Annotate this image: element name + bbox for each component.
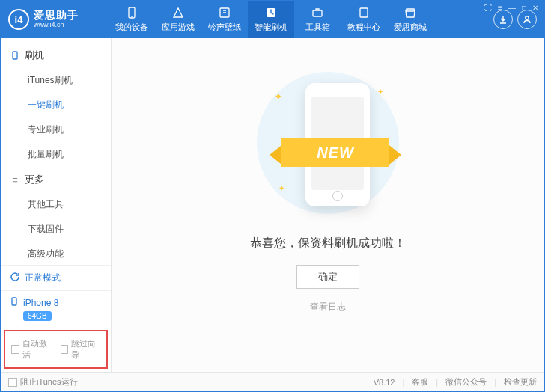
device-icon (125, 6, 138, 19)
sparkle-icon: ✦ (278, 184, 284, 192)
nav-label: 教程中心 (347, 22, 380, 33)
nav-label: 铃声壁纸 (208, 22, 241, 33)
ok-button[interactable]: 确定 (296, 265, 359, 289)
more-icon: ≡ (10, 174, 20, 185)
logo-icon: i4 (8, 9, 29, 30)
window-controls-top: ⛶ ≡ — □ ✕ (484, 4, 538, 12)
group-title: 刷机 (25, 49, 44, 62)
skip-guide-checkbox[interactable]: 跳过向导 (61, 338, 101, 361)
sidebar-group-more[interactable]: ≡ 更多 (1, 167, 111, 192)
nav-toolbox[interactable]: 工具箱 (294, 1, 341, 38)
svg-point-6 (526, 16, 529, 19)
nav-my-device[interactable]: 我的设备 (109, 1, 155, 38)
sidebar-group-flash[interactable]: 刷机 (1, 43, 111, 68)
check-update-link[interactable]: 检查更新 (504, 376, 537, 388)
close-icon[interactable]: ✕ (532, 4, 538, 12)
main-content: ✦ ✦ ✦ NEW 恭喜您，保资料刷机成功啦！ 确定 查看日志 (112, 38, 544, 372)
status-bar: 阻止iTunes运行 V8.12 | 客服 | 微信公众号 | 检查更新 (1, 372, 544, 391)
checkbox-label: 阻止iTunes运行 (20, 376, 78, 388)
storage-badge: 64GB (23, 311, 52, 321)
sidebar-item-batch-flash[interactable]: 批量刷机 (1, 142, 111, 167)
book-icon (357, 6, 371, 19)
menu-icon[interactable]: ≡ (498, 4, 502, 12)
title-bar: ⛶ ≡ — □ ✕ i4 爱思助手 www.i4.cn 我的设备 应用游戏 (1, 1, 544, 38)
brand-logo[interactable]: i4 爱思助手 www.i4.cn (8, 9, 98, 30)
nav-label: 智能刷机 (255, 22, 287, 33)
checkbox-icon (8, 378, 17, 387)
sidebar-item-other-tools[interactable]: 其他工具 (1, 192, 111, 217)
sidebar-item-download-firmware[interactable]: 下载固件 (1, 217, 111, 242)
nav-flash[interactable]: 智能刷机 (248, 1, 294, 38)
sparkle-icon: ✦ (274, 91, 283, 102)
ribbon-text: NEW (281, 138, 389, 167)
view-log-link[interactable]: 查看日志 (310, 301, 346, 313)
cart-icon[interactable]: ⛶ (484, 4, 492, 12)
sidebar-item-itunes-flash[interactable]: iTunes刷机 (1, 68, 111, 93)
sidebar-item-advanced[interactable]: 高级功能 (1, 242, 111, 265)
block-itunes-checkbox[interactable]: 阻止iTunes运行 (8, 376, 78, 388)
checkbox-icon (11, 345, 19, 354)
svg-point-1 (131, 16, 133, 17)
nav-label: 爱思商城 (394, 22, 427, 33)
mode-label: 正常模式 (25, 272, 61, 284)
customer-service-link[interactable]: 客服 (412, 376, 428, 388)
version-label: V8.12 (374, 378, 395, 387)
nav-apps[interactable]: 应用游戏 (155, 1, 201, 38)
app-window: ⛶ ≡ — □ ✕ i4 爱思助手 www.i4.cn 我的设备 应用游戏 (0, 0, 545, 392)
toolbox-icon (311, 6, 324, 19)
sparkle-icon: ✦ (377, 88, 383, 96)
sidebar-item-oneclick-flash[interactable]: 一键刷机 (1, 93, 111, 117)
minimize-icon[interactable]: — (508, 4, 516, 12)
top-nav: 我的设备 应用游戏 铃声壁纸 智能刷机 工具箱 教程中心 (109, 1, 433, 38)
nav-label: 应用游戏 (162, 22, 195, 33)
device-info[interactable]: iPhone 8 64GB (1, 290, 111, 327)
refresh-icon (10, 272, 20, 284)
nav-ringtones[interactable]: 铃声壁纸 (201, 1, 248, 38)
nav-tutorials[interactable]: 教程中心 (341, 1, 387, 38)
svg-rect-7 (13, 52, 17, 59)
body: 刷机 iTunes刷机 一键刷机 专业刷机 批量刷机 ≡ 更多 其他工具 下载固… (1, 38, 544, 372)
brand-url: www.i4.cn (34, 22, 79, 29)
phone-icon (10, 50, 20, 61)
bottom-options-highlight: 自动激活 跳过向导 (4, 330, 108, 369)
music-icon (218, 6, 231, 19)
new-ribbon: NEW (268, 134, 403, 173)
device-name: iPhone 8 (23, 298, 58, 308)
apps-icon (171, 6, 185, 19)
nav-label: 我的设备 (115, 22, 148, 33)
device-small-icon (10, 297, 19, 308)
device-mode[interactable]: 正常模式 (1, 265, 111, 290)
user-button[interactable] (517, 10, 537, 29)
success-illustration: ✦ ✦ ✦ NEW (253, 68, 403, 218)
group-title: 更多 (25, 173, 44, 186)
auto-activate-checkbox[interactable]: 自动激活 (11, 338, 52, 361)
wechat-link[interactable]: 微信公众号 (445, 376, 487, 388)
nav-label: 工具箱 (305, 22, 330, 33)
success-message: 恭喜您，保资料刷机成功啦！ (250, 236, 406, 251)
checkbox-icon (61, 345, 69, 354)
svg-rect-5 (360, 8, 368, 17)
brand-name: 爱思助手 (34, 10, 79, 21)
checkbox-label: 自动激活 (22, 338, 52, 361)
svg-rect-4 (313, 10, 322, 16)
maximize-icon[interactable]: □ (522, 4, 526, 12)
nav-store[interactable]: 爱思商城 (387, 1, 433, 38)
svg-rect-8 (12, 298, 16, 305)
store-icon (404, 6, 417, 19)
sidebar: 刷机 iTunes刷机 一键刷机 专业刷机 批量刷机 ≡ 更多 其他工具 下载固… (1, 38, 112, 372)
sidebar-item-pro-flash[interactable]: 专业刷机 (1, 117, 111, 142)
header-actions (493, 10, 537, 29)
download-button[interactable] (493, 10, 513, 29)
flash-icon (264, 6, 278, 19)
checkbox-label: 跳过向导 (71, 338, 100, 361)
